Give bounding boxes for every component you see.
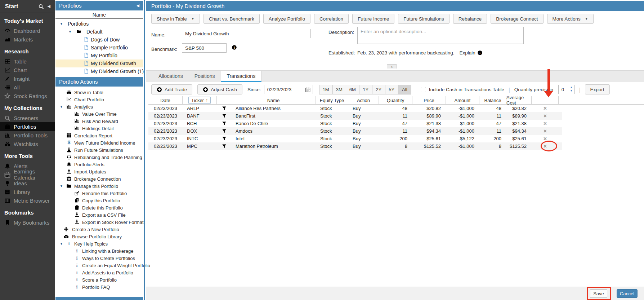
period-6m-button[interactable]: 6M — [346, 85, 359, 94]
tree-item-default[interactable]: ▼Default — [55, 28, 143, 36]
caret-down-icon[interactable]: ▼ — [60, 184, 63, 188]
action-value-over-time[interactable]: Value Over Time — [55, 110, 143, 118]
include-cash-checkbox[interactable] — [421, 87, 426, 92]
period-all-button[interactable]: All — [398, 85, 411, 94]
save-button[interactable]: Save — [590, 289, 607, 298]
collapse-panel-icon[interactable]: ◀ — [137, 3, 139, 8]
calendar-icon[interactable] — [305, 87, 310, 92]
show-in-table-button[interactable]: Show in Table▼ — [151, 14, 200, 24]
table-row-intc[interactable]: 02/23/2023INTCIntelStockBuy200$25.61-$5,… — [148, 135, 562, 142]
name-column-header[interactable]: Name — [55, 10, 143, 19]
collapse-form-handle[interactable]: ▲ — [387, 64, 397, 69]
tree-item-my-dividend-growth[interactable]: My Dividend Growth — [55, 59, 143, 67]
sidebar-item-table[interactable]: Table — [0, 57, 55, 66]
action-ways-to-create-portfolios[interactable]: iWays to Create Portfolios — [55, 255, 143, 262]
table-row-arlp[interactable]: 02/23/2023ARLPAlliance Res PartnersStock… — [148, 105, 562, 112]
delete-transaction-button[interactable]: × — [544, 128, 547, 134]
analyze-portfolio-button[interactable]: Analyze Portfolio — [263, 14, 310, 24]
benchmark-info-icon[interactable]: i — [232, 45, 237, 50]
sidebar-item-all[interactable]: All — [0, 83, 55, 92]
sidebar-item-my-bookmarks[interactable]: My Bookmarks — [0, 218, 55, 227]
action-chart-portfolio[interactable]: Chart Portfolio — [55, 96, 143, 103]
action-rebalancing-and-trade-planning[interactable]: Rebalancing and Trade Planning — [55, 154, 143, 161]
delete-transaction-button[interactable]: × — [544, 106, 547, 111]
sidebar-item-portfolio-tools[interactable]: Portfolio Tools — [0, 131, 55, 140]
action-delete-this-portfolio[interactable]: Delete this Portfolio — [55, 204, 143, 211]
column-header-price[interactable]: Price — [412, 96, 446, 104]
sidebar-item-chart[interactable]: Chart — [0, 66, 55, 74]
action-rename-this-portfolio[interactable]: Rename this Portfolio — [55, 190, 143, 197]
sidebar-item-insight[interactable]: Insight — [0, 74, 55, 83]
action-analytics[interactable]: ▼Analytics — [55, 103, 143, 110]
funnel-icon[interactable] — [222, 129, 227, 133]
funnel-icon[interactable] — [222, 121, 227, 126]
funnel-icon[interactable] — [222, 114, 227, 118]
column-header-name[interactable]: Name — [231, 96, 316, 104]
portfolio-name-input[interactable] — [182, 29, 311, 38]
since-date-input[interactable]: 02/23/2023 — [264, 85, 313, 94]
spinner-up-icon[interactable]: ▲ — [570, 85, 573, 89]
table-row-banf[interactable]: 02/23/2023BANFBancFirstStockBuy11$89.90-… — [148, 112, 562, 120]
sidebar-item-library[interactable]: Library — [0, 188, 55, 196]
table-row-bch[interactable]: 02/23/2023BCHBanco De ChileStockBuy47$21… — [148, 120, 562, 127]
adjust-cash-button[interactable]: Adjust Cash — [197, 84, 242, 94]
column-header-amount[interactable]: Amount — [446, 96, 479, 104]
benchmark-input[interactable] — [182, 43, 227, 53]
sidebar-item-watchlists[interactable]: Watchlists — [0, 140, 55, 148]
explain-info-icon[interactable]: i — [477, 50, 483, 56]
table-row-dox[interactable]: 02/23/2023DOXAmdocsStockBuy11$94.34-$1,0… — [148, 127, 562, 135]
funnel-icon[interactable] — [222, 136, 227, 141]
action-linking-with-a-brokerage[interactable]: iLinking with a Brokerage — [55, 247, 143, 255]
quantity-precision-input[interactable]: 0 ▲▼ — [558, 85, 575, 94]
column-header-date[interactable]: Date — [148, 96, 183, 104]
spinner-down-icon[interactable]: ▼ — [570, 89, 573, 93]
column-header-quantity[interactable]: Quantity — [379, 96, 412, 104]
action-brokerage-connection[interactable]: Brokerage Connection — [55, 175, 143, 182]
sidebar-item-portfolios[interactable]: Portfolios — [0, 122, 55, 131]
action-view-future-dividend-income[interactable]: $View Future Dividend Income — [55, 139, 143, 146]
tab-transactions[interactable]: Transactions — [221, 71, 262, 82]
action-copy-this-portfolio[interactable]: Copy this Portfolio — [55, 197, 143, 204]
period-2y-button[interactable]: 2Y — [372, 85, 385, 94]
period-3m-button[interactable]: 3M — [332, 85, 346, 94]
action-import-updates[interactable]: Import Updates — [55, 168, 143, 175]
action-browse-portfolio-library[interactable]: Browse Portfolio Library — [55, 233, 143, 240]
caret-down-icon[interactable]: ▼ — [68, 30, 72, 34]
tab-allocations[interactable]: Allocations — [153, 71, 189, 82]
tree-item-dogs-of-dow[interactable]: Dogs of Dow — [55, 36, 143, 44]
tree-item-my-dividend-growth-1[interactable]: My Dividend Growth (1) — [55, 67, 143, 75]
column-header-equity-type[interactable]: Equity Type — [316, 96, 348, 104]
delete-transaction-button[interactable]: × — [544, 113, 547, 119]
action-manage-this-portfolio[interactable]: ▼Manage this Portfolio — [55, 182, 143, 190]
collapse-sidebar-icon[interactable]: ◀ — [48, 4, 50, 9]
action-risk-and-reward[interactable]: Risk And Reward — [55, 118, 143, 125]
future-income-button[interactable]: Future Income — [352, 14, 394, 24]
sidebar-item-screeners[interactable]: Screeners — [0, 114, 55, 122]
table-row-mpc[interactable]: 02/23/2023MPCMarathon PetroleumStockBuy8… — [148, 142, 562, 150]
rebalance-button[interactable]: Rebalance — [453, 14, 487, 24]
action-run-future-simulations[interactable]: Run Future Simulations — [55, 146, 143, 154]
caret-down-icon[interactable]: ▼ — [60, 22, 63, 26]
action-create-a-new-portfolio[interactable]: Create a New Portfolio — [55, 226, 143, 233]
caret-down-icon[interactable]: ▼ — [60, 242, 63, 246]
column-header-ticker[interactable]: Ticker↑ — [183, 96, 217, 104]
action-score-a-portfolio[interactable]: iScore a Portfolio — [55, 276, 143, 283]
column-header-balance[interactable]: Balance — [479, 96, 506, 104]
sidebar-item-dashboard[interactable]: Dashboard — [0, 26, 55, 35]
action-portfolio-faq[interactable]: iPortfolio FAQ — [55, 283, 143, 291]
tree-item-my-portfolio[interactable]: My Portfolio — [55, 52, 143, 59]
description-input[interactable] — [357, 27, 524, 44]
sidebar-item-markets[interactable]: Markets — [0, 35, 55, 44]
export-button[interactable]: Export — [585, 84, 610, 94]
action-portfolio-alerts[interactable]: Portfolio Alerts — [55, 161, 143, 168]
action-export-in-stock-rover-format[interactable]: Export in Stock Rover Format — [55, 219, 143, 226]
tree-item-portfolios[interactable]: ▼Portfolios — [55, 20, 143, 28]
action-export-as-a-csv-file[interactable]: Export as a CSV File — [55, 211, 143, 219]
future-simulations-button[interactable]: Future Simulations — [398, 14, 450, 24]
more-actions-button[interactable]: More Actions▼ — [547, 14, 594, 24]
brokerage-connect-button[interactable]: Brokerage Connect — [491, 14, 543, 24]
delete-transaction-button[interactable]: × — [544, 121, 547, 127]
cancel-button[interactable]: Cancel — [617, 289, 638, 298]
action-key-help-topics[interactable]: ▼iKey Help Topics — [55, 240, 143, 247]
caret-down-icon[interactable]: ▼ — [60, 105, 63, 109]
